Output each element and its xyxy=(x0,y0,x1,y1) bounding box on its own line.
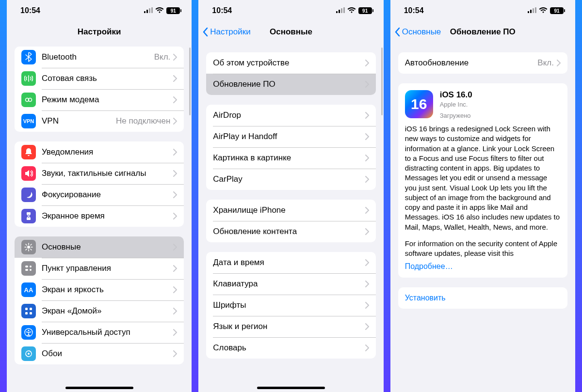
settings-row-control-center[interactable]: Пункт управления xyxy=(15,258,184,279)
general-row[interactable]: Картинка в картинке xyxy=(206,147,375,169)
settings-group: УведомленияЗвуки, тактильные сигналыФоку… xyxy=(15,141,184,227)
row-label: Обои xyxy=(42,349,173,359)
row-label: Клавиатура xyxy=(213,279,365,289)
settings-row-notifications[interactable]: Уведомления xyxy=(15,141,184,163)
settings-row-screentime[interactable]: Экранное время xyxy=(15,205,184,227)
chevron-right-icon xyxy=(173,118,177,125)
general-row[interactable]: Обновление контента xyxy=(206,221,375,242)
home-indicator[interactable] xyxy=(257,387,325,389)
chevron-right-icon xyxy=(173,244,177,251)
settings-row-bluetooth[interactable]: BluetoothВкл. xyxy=(15,47,184,68)
status-time: 10:54 xyxy=(404,6,424,15)
general-row[interactable]: AirDrop xyxy=(206,105,375,126)
row-label: Обновление контента xyxy=(213,227,365,236)
chevron-right-icon xyxy=(173,286,177,293)
settings-row-display[interactable]: AAЭкран и яркость xyxy=(15,279,184,300)
svg-rect-3 xyxy=(151,7,153,13)
chevron-right-icon xyxy=(173,75,177,82)
control-center-icon xyxy=(21,261,36,276)
general-row[interactable]: Язык и регион xyxy=(206,316,375,337)
general-row[interactable]: Обновление ПО xyxy=(206,74,375,95)
row-label: Bluetooth xyxy=(42,52,154,62)
general-list[interactable]: Об этом устройствеОбновление ПОAirDropAi… xyxy=(198,43,383,392)
chevron-right-icon xyxy=(173,265,177,272)
settings-row-hotspot[interactable]: Режим модема xyxy=(15,89,184,110)
svg-rect-9 xyxy=(25,266,28,267)
settings-row-accessibility[interactable]: Универсальный доступ xyxy=(15,322,184,343)
wifi-icon xyxy=(539,6,548,15)
settings-row-vpn[interactable]: VPNVPNНе подключен xyxy=(15,110,184,132)
svg-point-11 xyxy=(30,266,32,267)
settings-row-wallpaper[interactable]: Обои xyxy=(15,343,184,364)
chevron-right-icon xyxy=(365,112,369,119)
chevron-right-icon xyxy=(365,207,369,214)
settings-group: BluetoothВкл.Сотовая связьРежим модемаVP… xyxy=(15,47,184,132)
status-bar: 10:54 91 xyxy=(7,0,192,21)
bluetooth-icon xyxy=(21,50,36,64)
row-label: Язык и регион xyxy=(213,322,365,331)
cellular-signal-icon xyxy=(144,6,153,15)
svg-rect-26 xyxy=(530,10,532,13)
back-button[interactable]: Настройки xyxy=(202,21,250,42)
general-row[interactable]: Об этом устройстве xyxy=(206,52,375,74)
svg-point-8 xyxy=(27,246,30,249)
screentime-icon xyxy=(21,209,36,223)
notifications-icon xyxy=(21,145,36,159)
auto-update-row[interactable]: Автообновление Вкл. xyxy=(398,52,567,74)
home-indicator[interactable] xyxy=(65,387,133,389)
general-row[interactable]: Хранилище iPhone xyxy=(206,200,375,221)
wifi-icon xyxy=(155,6,164,15)
cellular-icon xyxy=(21,71,36,86)
chevron-right-icon xyxy=(365,259,369,266)
general-row[interactable]: AirPlay и Handoff xyxy=(206,126,375,147)
general-group: Дата и времяКлавиатураШрифтыЯзык и регио… xyxy=(206,252,375,359)
row-label: VPN xyxy=(42,116,116,126)
settings-row-home-screen[interactable]: Экран «Домой» xyxy=(15,300,184,322)
chevron-right-icon xyxy=(173,170,177,177)
chevron-right-icon xyxy=(173,350,177,357)
software-update-screen: 10:54 91 Основные Обновление ПО Автообно… xyxy=(390,0,575,392)
chevron-right-icon xyxy=(173,149,177,156)
nav-title: Настройки xyxy=(78,27,121,37)
row-label: Уведомления xyxy=(42,147,173,157)
chevron-right-icon xyxy=(173,308,177,314)
chevron-right-icon xyxy=(365,323,369,330)
scrollbar[interactable] xyxy=(381,47,383,115)
update-vendor: Apple Inc. xyxy=(440,101,472,108)
chevron-right-icon xyxy=(173,213,177,220)
general-group: Об этом устройствеОбновление ПО xyxy=(206,52,375,95)
row-label: Экран «Домой» xyxy=(42,306,173,316)
settings-row-cellular[interactable]: Сотовая связь xyxy=(15,68,184,89)
general-row[interactable]: CarPlay xyxy=(206,169,375,190)
svg-rect-1 xyxy=(146,10,148,13)
back-label: Основные xyxy=(402,27,441,37)
chevron-right-icon xyxy=(173,54,177,61)
learn-more-link[interactable]: Подробнее… xyxy=(405,262,453,270)
general-icon xyxy=(21,240,36,254)
ios-version-icon: 16 xyxy=(405,90,433,118)
general-row[interactable]: Клавиатура xyxy=(206,273,375,295)
general-row[interactable]: Дата и время xyxy=(206,252,375,273)
svg-point-20 xyxy=(28,353,30,355)
general-row[interactable]: Словарь xyxy=(206,337,375,359)
row-label: Экран и яркость xyxy=(42,285,173,295)
row-label: Звуки, тактильные сигналы xyxy=(42,169,173,178)
svg-point-18 xyxy=(28,330,30,331)
settings-row-general[interactable]: Основные xyxy=(15,236,184,258)
row-label: Универсальный доступ xyxy=(42,328,173,337)
nav-title: Основные xyxy=(270,27,312,37)
general-row[interactable]: Шрифты xyxy=(206,295,375,316)
install-row[interactable]: Установить xyxy=(398,287,567,309)
chevron-right-icon xyxy=(365,176,369,183)
update-state: Загружено xyxy=(440,112,472,119)
update-content[interactable]: Автообновление Вкл. 16 iOS 16.0 Apple In… xyxy=(390,43,575,392)
settings-root-screen: 10:54 91 Настройки BluetoothВкл.Сотовая … xyxy=(7,0,192,392)
cellular-signal-icon xyxy=(336,6,345,15)
back-button[interactable]: Основные xyxy=(394,21,441,42)
settings-list[interactable]: BluetoothВкл.Сотовая связьРежим модемаVP… xyxy=(7,43,192,392)
scrollbar[interactable] xyxy=(189,47,191,115)
row-label: Фокусирование xyxy=(42,190,173,200)
settings-row-sounds[interactable]: Звуки, тактильные сигналы xyxy=(15,163,184,184)
settings-row-focus[interactable]: Фокусирование xyxy=(15,184,184,205)
svg-rect-13 xyxy=(25,308,28,310)
